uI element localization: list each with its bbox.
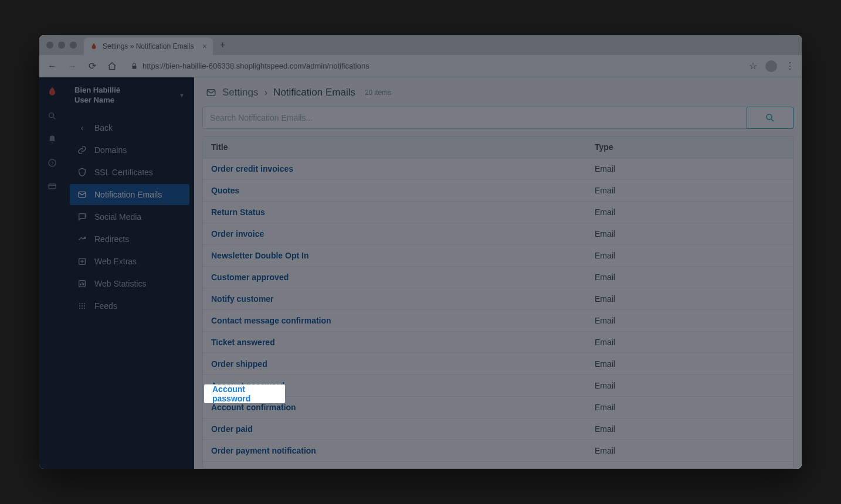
table-row[interactable]: Order invoiceEmail	[203, 223, 793, 245]
notification-type: Email	[586, 202, 793, 223]
notification-title-link[interactable]: Order payment notification	[211, 446, 316, 455]
svg-point-11	[79, 303, 80, 304]
help-icon[interactable]: ?	[48, 158, 57, 168]
notification-title-link[interactable]: Quotes	[211, 186, 239, 195]
table-row[interactable]: Order paidEmail	[203, 418, 793, 440]
svg-point-13	[84, 303, 85, 304]
browser-tab[interactable]: Settings » Notification Emails ×	[84, 38, 213, 55]
chat-icon	[77, 212, 87, 222]
chevron-left-icon: ‹	[77, 123, 87, 132]
notification-title-link[interactable]: Newsletter Double Opt In	[211, 251, 308, 260]
notification-title-link[interactable]: Notify customer	[211, 294, 274, 304]
main-content: Settings › Notification Emails 20 items …	[194, 77, 802, 469]
notification-title-link[interactable]: Ticket answered	[211, 338, 275, 347]
new-tab-button[interactable]: +	[213, 40, 232, 50]
sidebar-item-notification-emails[interactable]: Notification Emails	[70, 184, 189, 205]
envelope-icon	[206, 87, 216, 98]
grid-dots-icon	[77, 301, 87, 311]
table-row[interactable]: Account confirmationEmail	[203, 397, 793, 418]
notification-title-link[interactable]: Order invoice	[211, 229, 264, 239]
sidebar-back[interactable]: ‹ Back	[70, 117, 189, 138]
sidebar-item-ssl[interactable]: SSL Certificates	[70, 162, 189, 183]
shop-name: Bien Habillié	[74, 86, 120, 96]
notification-title-link[interactable]: Contact message confirmation	[211, 316, 331, 325]
sidebar-item-label: Web Statistics	[94, 279, 146, 288]
reload-icon[interactable]: ⟳	[86, 60, 98, 71]
notification-type: Email	[586, 223, 793, 245]
profile-icon[interactable]	[765, 60, 777, 72]
sidebar-item-web-statistics[interactable]: Web Statistics	[70, 273, 189, 294]
star-icon[interactable]: ☆	[749, 60, 757, 71]
window-controls	[46, 42, 77, 49]
maximize-window-button[interactable]	[70, 42, 77, 49]
sidebar: Bien Habillié User Name ▼ ‹ Back Domains…	[65, 77, 194, 469]
sidebar-item-domains[interactable]: Domains	[70, 139, 189, 161]
left-rail: ?	[39, 77, 65, 469]
notification-type: Email	[586, 397, 793, 418]
minimize-window-button[interactable]	[58, 42, 65, 49]
column-header-type[interactable]: Type	[586, 137, 793, 158]
table-row[interactable]: Contact message confirmationEmail	[203, 310, 793, 332]
notification-type: Email	[586, 180, 793, 202]
redirect-icon	[77, 234, 87, 244]
bell-icon[interactable]	[48, 135, 57, 144]
sidebar-item-redirects[interactable]: Redirects	[70, 229, 189, 250]
browser-tab-strip: Settings » Notification Emails × +	[39, 35, 802, 55]
svg-point-16	[84, 305, 85, 307]
shield-icon	[77, 168, 87, 177]
svg-line-1	[53, 117, 55, 119]
item-count: 20 items	[365, 88, 391, 97]
menu-icon[interactable]: ⋮	[785, 60, 795, 71]
search-icon	[765, 113, 775, 123]
notification-title-link[interactable]: Return Status	[211, 207, 265, 217]
table-row[interactable]: Ticket answeredEmail	[203, 332, 793, 353]
svg-point-19	[84, 308, 85, 309]
notification-title-link[interactable]: Order shipped	[211, 359, 267, 369]
notification-type: Email	[586, 267, 793, 288]
notification-title-link[interactable]: Customer approved	[211, 273, 289, 282]
notification-type: Email	[586, 245, 793, 267]
column-header-title[interactable]: Title	[203, 137, 586, 158]
chart-icon	[77, 279, 87, 288]
chevron-down-icon: ▼	[179, 92, 185, 98]
crumb-root[interactable]: Settings	[222, 87, 258, 98]
table-row[interactable]: Notify customerEmail	[203, 288, 793, 310]
card-icon[interactable]	[48, 182, 57, 191]
close-tab-icon[interactable]: ×	[202, 42, 207, 51]
table-row[interactable]: Customer approvedEmail	[203, 267, 793, 288]
link-icon	[77, 145, 87, 155]
close-window-button[interactable]	[46, 42, 53, 49]
table-row[interactable]: QuotesEmail	[203, 180, 793, 202]
notification-title-link[interactable]: Order paid	[211, 424, 253, 434]
back-icon[interactable]: ←	[46, 61, 58, 71]
svg-point-17	[79, 308, 80, 309]
account-switcher[interactable]: Bien Habillié User Name ▼	[65, 77, 194, 114]
table-row[interactable]: Order payment notificationEmail	[203, 440, 793, 462]
table-row[interactable]: Order shippedEmail	[203, 353, 793, 375]
sidebar-item-feeds[interactable]: Feeds	[70, 295, 189, 316]
crumb-separator: ›	[264, 87, 267, 98]
table-row[interactable]: Order credit invoicesEmail	[203, 158, 793, 180]
search-button[interactable]	[747, 107, 793, 129]
browser-toolbar: ← → ⟳ https://bien-habillie-606338.shopl…	[39, 55, 802, 77]
notification-title-link[interactable]: Account password	[211, 381, 284, 390]
table-row[interactable]: Account passwordEmail	[203, 375, 793, 397]
sidebar-item-label: Domains	[94, 145, 127, 155]
notification-title-link[interactable]: Account confirmation	[211, 403, 296, 412]
notification-type: Email	[586, 332, 793, 353]
table-row[interactable]: Return StatusEmail	[203, 202, 793, 223]
table-row[interactable]: Newsletter Double Opt InEmail	[203, 245, 793, 267]
sidebar-item-web-extras[interactable]: Web Extras	[70, 251, 189, 272]
sidebar-item-label: Web Extras	[94, 257, 137, 266]
notification-type: Email	[586, 375, 793, 397]
address-bar[interactable]: https://bien-habillie-606338.shoplightsp…	[126, 62, 741, 70]
search-icon[interactable]	[48, 111, 57, 121]
home-icon[interactable]	[106, 62, 118, 71]
search-input[interactable]	[202, 107, 747, 129]
forward-icon[interactable]: →	[66, 61, 78, 71]
logo-flame-icon[interactable]	[46, 86, 58, 97]
app-body: ? Bien Habillié User Name ▼ ‹ Back	[39, 77, 802, 469]
browser-window: Settings » Notification Emails × + ← → ⟳…	[39, 35, 802, 469]
notification-title-link[interactable]: Order credit invoices	[211, 164, 293, 173]
sidebar-item-social[interactable]: Social Media	[70, 206, 189, 227]
